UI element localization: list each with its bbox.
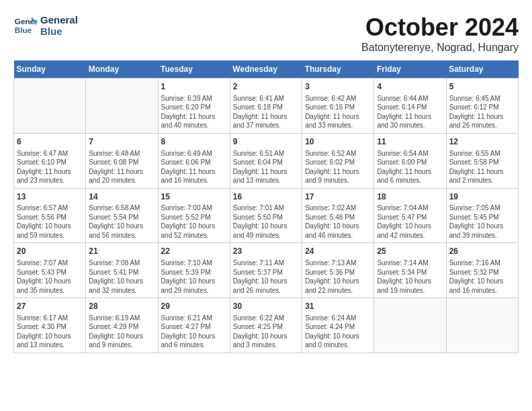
calendar-body: 1Sunrise: 6:39 AM Sunset: 6:20 PM Daylig…	[14, 79, 519, 353]
weekday-header-row: SundayMondayTuesdayWednesdayThursdayFrid…	[14, 60, 519, 79]
day-cell: 26Sunrise: 7:16 AM Sunset: 5:32 PM Dayli…	[446, 243, 518, 298]
day-cell	[14, 79, 86, 134]
weekday-thursday: Thursday	[302, 60, 374, 79]
day-detail: Sunrise: 6:44 AM Sunset: 6:14 PM Dayligh…	[377, 94, 443, 130]
day-cell: 24Sunrise: 7:13 AM Sunset: 5:36 PM Dayli…	[302, 243, 374, 298]
day-detail: Sunrise: 7:07 AM Sunset: 5:43 PM Dayligh…	[17, 259, 83, 295]
weekday-saturday: Saturday	[446, 60, 518, 79]
day-cell: 18Sunrise: 7:04 AM Sunset: 5:47 PM Dayli…	[374, 188, 446, 243]
day-detail: Sunrise: 6:51 AM Sunset: 6:04 PM Dayligh…	[233, 149, 299, 185]
day-detail: Sunrise: 6:17 AM Sunset: 4:30 PM Dayligh…	[17, 314, 83, 350]
day-number: 16	[233, 191, 299, 203]
day-number: 5	[449, 81, 515, 93]
day-number: 17	[305, 191, 371, 203]
day-detail: Sunrise: 6:47 AM Sunset: 6:10 PM Dayligh…	[17, 149, 83, 185]
day-detail: Sunrise: 7:11 AM Sunset: 5:37 PM Dayligh…	[233, 259, 299, 295]
logo-icon: General Blue	[13, 13, 38, 38]
day-number: 21	[89, 246, 154, 257]
day-cell: 23Sunrise: 7:11 AM Sunset: 5:37 PM Dayli…	[230, 243, 302, 298]
logo: General Blue General Blue	[13, 13, 78, 38]
weekday-tuesday: Tuesday	[158, 60, 230, 79]
weekday-friday: Friday	[374, 60, 446, 79]
day-cell: 21Sunrise: 7:08 AM Sunset: 5:41 PM Dayli…	[86, 243, 158, 298]
day-number: 11	[377, 136, 443, 148]
day-detail: Sunrise: 7:08 AM Sunset: 5:41 PM Dayligh…	[89, 259, 154, 295]
day-detail: Sunrise: 6:42 AM Sunset: 6:16 PM Dayligh…	[305, 94, 371, 130]
day-detail: Sunrise: 7:16 AM Sunset: 5:32 PM Dayligh…	[449, 259, 515, 295]
logo-general: General	[40, 14, 78, 26]
day-cell: 28Sunrise: 6:19 AM Sunset: 4:29 PM Dayli…	[86, 298, 158, 353]
day-cell: 16Sunrise: 7:01 AM Sunset: 5:50 PM Dayli…	[230, 188, 302, 243]
day-cell: 25Sunrise: 7:14 AM Sunset: 5:34 PM Dayli…	[374, 243, 446, 298]
day-number: 18	[377, 191, 443, 203]
day-cell: 13Sunrise: 6:57 AM Sunset: 5:56 PM Dayli…	[14, 188, 86, 243]
day-cell: 29Sunrise: 6:21 AM Sunset: 4:27 PM Dayli…	[158, 298, 230, 353]
day-cell: 22Sunrise: 7:10 AM Sunset: 5:39 PM Dayli…	[158, 243, 230, 298]
day-number: 6	[17, 136, 83, 148]
week-row-3: 13Sunrise: 6:57 AM Sunset: 5:56 PM Dayli…	[14, 188, 519, 243]
day-number: 19	[449, 191, 515, 203]
day-detail: Sunrise: 7:05 AM Sunset: 5:45 PM Dayligh…	[449, 203, 515, 240]
day-cell: 12Sunrise: 6:55 AM Sunset: 5:58 PM Dayli…	[446, 133, 518, 188]
day-detail: Sunrise: 7:02 AM Sunset: 5:48 PM Dayligh…	[305, 203, 371, 240]
day-cell	[86, 79, 158, 134]
day-number: 9	[233, 136, 299, 148]
day-number: 7	[89, 136, 154, 148]
day-cell: 3Sunrise: 6:42 AM Sunset: 6:16 PM Daylig…	[302, 79, 374, 134]
day-cell: 4Sunrise: 6:44 AM Sunset: 6:14 PM Daylig…	[374, 79, 446, 134]
week-row-1: 1Sunrise: 6:39 AM Sunset: 6:20 PM Daylig…	[14, 79, 519, 134]
location: Batonyterenye, Nograd, Hungary	[361, 42, 519, 54]
day-detail: Sunrise: 6:48 AM Sunset: 6:08 PM Dayligh…	[89, 149, 154, 185]
day-detail: Sunrise: 6:21 AM Sunset: 4:27 PM Dayligh…	[161, 314, 227, 350]
day-cell: 2Sunrise: 6:41 AM Sunset: 6:18 PM Daylig…	[230, 79, 302, 134]
day-detail: Sunrise: 7:00 AM Sunset: 5:52 PM Dayligh…	[161, 203, 227, 240]
header: General Blue General Blue October 2024 B…	[13, 13, 519, 54]
day-number: 22	[161, 246, 227, 257]
week-row-2: 6Sunrise: 6:47 AM Sunset: 6:10 PM Daylig…	[14, 133, 519, 188]
day-detail: Sunrise: 6:57 AM Sunset: 5:56 PM Dayligh…	[17, 203, 83, 240]
day-cell	[446, 298, 518, 353]
day-cell: 30Sunrise: 6:22 AM Sunset: 4:25 PM Dayli…	[230, 298, 302, 353]
logo-blue: Blue	[40, 26, 78, 37]
day-detail: Sunrise: 6:22 AM Sunset: 4:25 PM Dayligh…	[233, 314, 299, 350]
day-cell: 27Sunrise: 6:17 AM Sunset: 4:30 PM Dayli…	[14, 298, 86, 353]
day-detail: Sunrise: 6:55 AM Sunset: 5:58 PM Dayligh…	[449, 149, 515, 185]
day-number: 15	[161, 191, 227, 203]
day-cell: 5Sunrise: 6:45 AM Sunset: 6:12 PM Daylig…	[446, 79, 518, 134]
day-detail: Sunrise: 6:52 AM Sunset: 6:02 PM Dayligh…	[305, 149, 371, 185]
day-cell: 8Sunrise: 6:49 AM Sunset: 6:06 PM Daylig…	[158, 133, 230, 188]
weekday-sunday: Sunday	[14, 60, 86, 79]
day-number: 4	[377, 81, 443, 93]
day-detail: Sunrise: 6:49 AM Sunset: 6:06 PM Dayligh…	[161, 149, 227, 185]
day-detail: Sunrise: 6:45 AM Sunset: 6:12 PM Dayligh…	[449, 94, 515, 130]
day-detail: Sunrise: 6:19 AM Sunset: 4:29 PM Dayligh…	[89, 314, 154, 350]
day-number: 31	[305, 301, 371, 312]
month-title: October 2024	[361, 13, 519, 42]
day-number: 30	[233, 301, 299, 312]
title-area: October 2024 Batonyterenye, Nograd, Hung…	[361, 13, 519, 54]
day-number: 8	[161, 136, 227, 148]
day-cell: 20Sunrise: 7:07 AM Sunset: 5:43 PM Dayli…	[14, 243, 86, 298]
day-detail: Sunrise: 6:54 AM Sunset: 6:00 PM Dayligh…	[377, 149, 443, 185]
day-cell: 6Sunrise: 6:47 AM Sunset: 6:10 PM Daylig…	[14, 133, 86, 188]
day-detail: Sunrise: 6:58 AM Sunset: 5:54 PM Dayligh…	[89, 203, 154, 240]
day-number: 23	[233, 246, 299, 257]
day-cell: 11Sunrise: 6:54 AM Sunset: 6:00 PM Dayli…	[374, 133, 446, 188]
week-row-5: 27Sunrise: 6:17 AM Sunset: 4:30 PM Dayli…	[14, 298, 519, 353]
day-number: 28	[89, 301, 154, 312]
day-cell: 19Sunrise: 7:05 AM Sunset: 5:45 PM Dayli…	[446, 188, 518, 243]
day-detail: Sunrise: 7:10 AM Sunset: 5:39 PM Dayligh…	[161, 259, 227, 295]
day-cell: 10Sunrise: 6:52 AM Sunset: 6:02 PM Dayli…	[302, 133, 374, 188]
week-row-4: 20Sunrise: 7:07 AM Sunset: 5:43 PM Dayli…	[14, 243, 519, 298]
day-detail: Sunrise: 6:39 AM Sunset: 6:20 PM Dayligh…	[161, 94, 227, 130]
day-number: 2	[233, 81, 299, 93]
day-cell	[374, 298, 446, 353]
day-cell: 15Sunrise: 7:00 AM Sunset: 5:52 PM Dayli…	[158, 188, 230, 243]
day-cell: 31Sunrise: 6:24 AM Sunset: 4:24 PM Dayli…	[302, 298, 374, 353]
day-cell: 7Sunrise: 6:48 AM Sunset: 6:08 PM Daylig…	[86, 133, 158, 188]
day-number: 24	[305, 246, 371, 257]
day-number: 10	[305, 136, 371, 148]
day-detail: Sunrise: 6:41 AM Sunset: 6:18 PM Dayligh…	[233, 94, 299, 130]
day-number: 25	[377, 246, 443, 257]
day-number: 12	[449, 136, 515, 148]
